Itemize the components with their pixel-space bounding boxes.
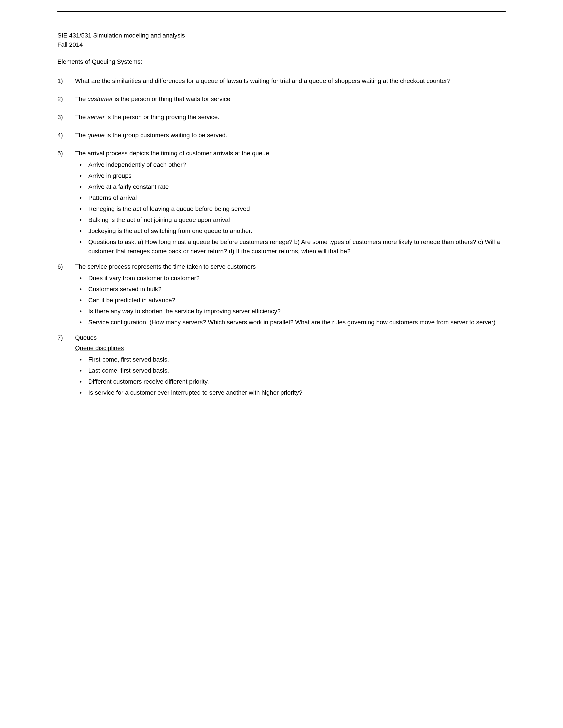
list-item: • Last-come, first-served basis. [79,366,506,375]
list-item: • Arrive in groups [79,171,506,180]
bullet-symbol: • [79,307,88,316]
item-text: The customer is the person or thing that… [75,96,230,102]
item-content: What are the similarities and difference… [75,76,506,86]
item-content: The server is the person or thing provin… [75,113,506,122]
list-item: • Customers served in bulk? [79,285,506,294]
item-number: 4) [57,131,75,140]
bullet-symbol: • [79,193,88,203]
bullet-symbol: • [79,388,88,397]
list-item: • Does it vary from customer to customer… [79,274,506,283]
list-item: 7) Queues Queue disciplines • First-come… [57,333,506,399]
bullet-symbol: • [79,274,88,283]
list-item: • Is service for a customer ever interru… [79,388,506,397]
list-item: • Arrive independently of each other? [79,160,506,169]
item-number: 1) [57,76,75,86]
header-line2: Fall 2014 [57,40,506,49]
bullet-text: Customers served in bulk? [88,285,506,294]
bullet-list: • Does it vary from customer to customer… [79,274,506,327]
item-number: 6) [57,262,75,271]
list-item: • Can it be predicted in advance? [79,296,506,305]
list-item: • Questions to ask: a) How long must a q… [79,237,506,256]
bullet-text: Questions to ask: a) How long must a que… [88,237,506,256]
list-item: 5) The arrival process depicts the timin… [57,149,506,258]
item-text: The queue is the group customers waiting… [75,132,227,139]
list-item: 4) The queue is the group customers wait… [57,131,506,140]
list-item: • Jockeying is the act of switching from… [79,226,506,236]
bullet-symbol: • [79,377,88,386]
bullet-text: Last-come, first-served basis. [88,366,506,375]
bullet-symbol: • [79,182,88,191]
page: SIE 431/531 Simulation modeling and anal… [0,0,563,728]
bullet-text: Different customers receive different pr… [88,377,506,386]
bullet-symbol: • [79,296,88,305]
document-header: SIE 431/531 Simulation modeling and anal… [57,31,506,49]
bullet-symbol: • [79,171,88,180]
list-item: • Patterns of arrival [79,193,506,203]
bullet-text: Can it be predicted in advance? [88,296,506,305]
list-item: 6) The service process represents the ti… [57,262,506,329]
item-content: The arrival process depicts the timing o… [75,149,506,258]
bullet-symbol: • [79,318,88,327]
list-item: • Different customers receive different … [79,377,506,386]
list-item: • Reneging is the act of leaving a queue… [79,204,506,214]
bullet-text: First-come, first served basis. [88,355,506,364]
item-content: The service process represents the time … [75,262,506,329]
list-item: • First-come, first served basis. [79,355,506,364]
item-number: 3) [57,113,75,122]
bullet-list: • First-come, first served basis. • Last… [79,355,506,397]
bullet-symbol: • [79,366,88,375]
bullet-text: Arrive at a fairly constant rate [88,182,506,191]
item-number: 2) [57,94,75,104]
list-item: • Balking is the act of not joining a qu… [79,215,506,225]
item-text: The server is the person or thing provin… [75,114,219,120]
top-border-line [57,11,506,12]
item-number: 5) [57,149,75,158]
bullet-text: Arrive independently of each other? [88,160,506,169]
bullet-list: • Arrive independently of each other? • … [79,160,506,256]
bullet-text: Patterns of arrival [88,193,506,203]
section-title: Elements of Queuing Systems: [57,58,506,65]
list-item: • Service configuration. (How many serve… [79,318,506,327]
item-content: Queues Queue disciplines • First-come, f… [75,333,506,399]
header-line1: SIE 431/531 Simulation modeling and anal… [57,31,506,40]
bullet-symbol: • [79,226,88,236]
bullet-text: Service configuration. (How many servers… [88,318,506,327]
item-content: The queue is the group customers waiting… [75,131,506,140]
item-number: 7) [57,333,75,342]
bullet-symbol: • [79,204,88,214]
list-item: 1) What are the similarities and differe… [57,76,506,86]
main-list: 1) What are the similarities and differe… [57,76,506,399]
bullet-text: Reneging is the act of leaving a queue b… [88,204,506,214]
bullet-text: Balking is the act of not joining a queu… [88,215,506,225]
item-header: Queues [75,333,506,342]
list-item: 2) The customer is the person or thing t… [57,94,506,104]
bullet-text: Is there any way to shorten the service … [88,307,506,316]
bullet-text: Arrive in groups [88,171,506,180]
sub-section-title: Queue disciplines [75,343,506,353]
bullet-symbol: • [79,355,88,364]
item-text: What are the similarities and difference… [75,77,451,84]
list-item: • Arrive at a fairly constant rate [79,182,506,191]
item-text: The arrival process depicts the timing o… [75,150,271,157]
bullet-symbol: • [79,160,88,169]
bullet-text: Jockeying is the act of switching from o… [88,226,506,236]
item-content: The customer is the person or thing that… [75,94,506,104]
bullet-text: Does it vary from customer to customer? [88,274,506,283]
bullet-symbol: • [79,215,88,225]
list-item: 3) The server is the person or thing pro… [57,113,506,122]
item-text: The service process represents the time … [75,263,256,270]
list-item: • Is there any way to shorten the servic… [79,307,506,316]
bullet-symbol: • [79,237,88,247]
bullet-text: Is service for a customer ever interrupt… [88,388,506,397]
bullet-symbol: • [79,285,88,294]
